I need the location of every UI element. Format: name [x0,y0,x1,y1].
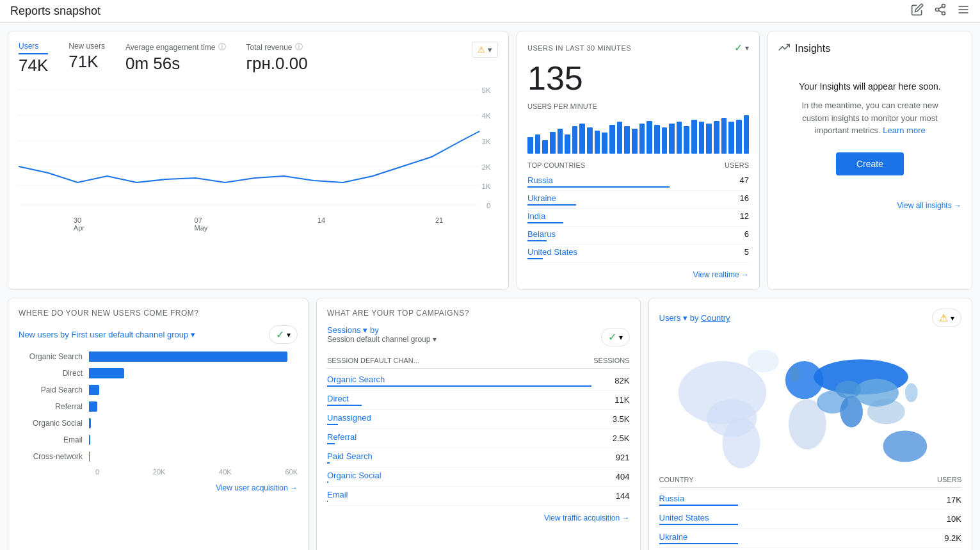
bar-label: Organic Search [19,352,89,361]
more-icon[interactable] [957,3,970,19]
chart-label-2: 07May [195,216,208,232]
metric-revenue-label[interactable]: Total revenue ⓘ [246,42,308,53]
country-dropdown-row: Users ▾ by Country ⚠ ▾ [659,309,962,327]
alert-button[interactable]: ⚠ ▾ [472,42,498,58]
campaign-name[interactable]: Organic Search [327,375,385,384]
country-table-name[interactable]: Ukraine [659,532,688,542]
mini-bar [624,126,630,154]
sessions-channel-chevron[interactable]: ▾ [433,335,437,344]
realtime-chevron[interactable]: ▾ [745,44,749,53]
metric-new-users-value: 71K [68,52,105,72]
country-name[interactable]: United States [527,247,577,257]
revenue-info-icon[interactable]: ⓘ [295,42,303,53]
svg-text:2K: 2K [481,164,491,171]
view-traffic-acquisition-link[interactable]: View traffic acquisition → [327,514,630,522]
country-table-value: 10K [923,514,961,524]
acquisition-bar-row: Organic Search [19,352,298,362]
svg-line-4 [938,6,942,8]
bar-fill [89,368,124,378]
bar-fill [89,385,99,395]
chart-label-1: 30Apr [74,216,84,232]
top-campaigns-card: WHAT ARE YOUR TOP CAMPAIGNS? Sessions ▾ … [316,298,641,550]
country-table-name[interactable]: Russia [659,494,685,503]
country-users-selector[interactable]: Users [659,313,681,323]
country-list-item: Ukraine 16 [527,191,749,209]
svg-point-22 [722,418,760,469]
campaign-name[interactable]: Referral [327,432,357,442]
metric-users-label[interactable]: Users [19,42,48,54]
acquisition-axis: 0 20K 40K 60K [19,468,298,476]
country-list-item: Belarus 6 [527,227,749,245]
svg-text:0: 0 [486,202,490,209]
metric-new-users-label[interactable]: New users [68,42,105,51]
acquisition-bar-row: Direct [19,368,298,378]
mini-bar [587,127,593,154]
metrics-row: Users 74K New users 71K Average engageme… [19,42,498,76]
campaign-name[interactable]: Direct [327,394,349,403]
create-button[interactable]: Create [836,152,904,175]
sessions-channel-selector: Session default channel group ▾ [327,335,437,344]
acquisition-group-selector[interactable]: First user default channel group [71,330,188,339]
campaign-name[interactable]: Email [327,490,348,499]
view-realtime-link[interactable]: View realtime → [527,270,749,279]
acquisition-group-chevron[interactable]: ▾ [191,330,195,339]
metric-revenue: Total revenue ⓘ грн.0.00 [246,42,308,76]
country-filter-chevron: ▾ [951,314,954,323]
mini-bar [572,126,578,154]
campaign-name[interactable]: Unassigned [327,413,371,423]
mini-bar [535,134,541,154]
acquisition-filter-button[interactable]: ✓ ▾ [269,325,298,344]
metric-engagement-value: 0m 56s [125,54,226,74]
campaigns-table-row: Organic Search 82K [327,371,630,391]
country-table-row: Russia 17K [659,490,962,510]
country-name[interactable]: Belarus [527,229,556,239]
top-countries-label: TOP COUNTRIES [527,161,585,169]
mini-bar [527,137,533,154]
bar-bg [89,401,298,412]
country-name[interactable]: Russia [527,175,553,185]
country-users-chevron[interactable]: ▾ [683,313,687,323]
sessions-chevron[interactable]: ▾ [363,325,367,335]
insights-body-title: Your Insights will appear here soon. [789,81,951,92]
svg-text:5K: 5K [481,87,491,94]
country-list-item: United States 5 [527,245,749,263]
sessions-selector[interactable]: Sessions [327,325,361,335]
country-name[interactable]: India [527,211,545,221]
campaign-name[interactable]: Organic Social [327,471,382,480]
mini-bar [579,124,585,154]
country-list-item: Russia 47 [527,173,749,191]
mini-bar [639,124,645,154]
bar-fill [89,352,287,362]
svg-text:4K: 4K [481,113,491,120]
country-filter-button[interactable]: ⚠ ▾ [932,309,961,327]
edit-icon[interactable] [911,3,924,19]
engagement-info-icon[interactable]: ⓘ [218,42,226,53]
metric-engagement-label[interactable]: Average engagement time ⓘ [125,42,226,53]
acquisition-bar-row: Referral [19,401,298,412]
campaigns-table-row: Organic Social 404 [327,467,630,487]
country-table-name[interactable]: United States [659,513,709,522]
country-dropdown-label: Users ▾ by Country [659,313,730,323]
top-countries-header: TOP COUNTRIES USERS [527,161,749,169]
metric-users: Users 74K [19,42,48,76]
campaigns-filter-button[interactable]: ✓ ▾ [601,328,630,346]
country-list-item: India 12 [527,209,749,227]
view-all-insights-link[interactable]: View all insights → [778,201,961,210]
campaigns-filter-chevron: ▾ [619,333,623,342]
country-name[interactable]: Ukraine [527,193,556,203]
users-per-minute-label: USERS PER MINUTE [527,102,749,110]
svg-point-29 [855,379,899,407]
share-icon[interactable] [934,3,947,19]
mini-bar [632,129,638,154]
campaigns-dropdown-label: Sessions ▾ by Session default channel gr… [327,325,437,344]
learn-more-link[interactable]: Learn more [883,125,925,135]
view-user-acquisition-link[interactable]: View user acquisition → [19,483,298,492]
user-acquisition-dropdown-row: New users by First user default channel … [19,325,298,344]
mini-bar [565,134,570,154]
campaign-value: 82K [591,376,630,385]
campaign-name[interactable]: Paid Search [327,451,373,461]
mini-bar [662,127,668,154]
country-table-body: Russia 17K United States 10K Ukraine 9.2… [659,490,962,550]
country-selector[interactable]: Country [701,313,730,323]
page-title: Reports snapshot [10,4,100,18]
